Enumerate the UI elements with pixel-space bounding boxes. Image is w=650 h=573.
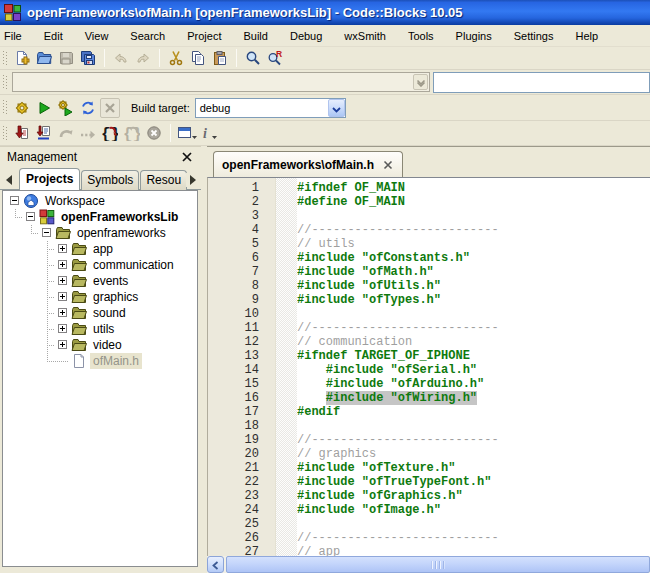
editor-tab[interactable]: openFrameworks\ofMain.h	[213, 151, 403, 177]
management-tab-symbols[interactable]: Symbols	[81, 170, 139, 190]
expand-icon[interactable]	[58, 324, 67, 333]
collapse-icon[interactable]	[42, 228, 51, 237]
tree-guide	[39, 321, 55, 337]
tree-item-openframeworkslib[interactable]: openFrameworksLib	[3, 209, 197, 225]
build-target-label: Build target:	[131, 102, 190, 114]
code-area[interactable]: #ifndef OF_MAIN#define OF_MAIN//--------…	[297, 178, 650, 556]
horizontal-scrollbar[interactable]	[207, 556, 650, 573]
various-info-button[interactable]: i	[198, 122, 220, 144]
expand-icon[interactable]	[58, 276, 67, 285]
code-editor[interactable]: 1234567891011121314151617181920212223242…	[207, 177, 650, 556]
menu-file[interactable]: File	[0, 27, 33, 45]
toolbar-grip-handle[interactable]	[2, 125, 8, 142]
tree-item-communication[interactable]: communication	[3, 257, 197, 273]
tree-guide	[23, 305, 39, 321]
copy-button[interactable]	[187, 47, 209, 69]
build-button[interactable]	[11, 97, 33, 119]
tree-label[interactable]: openFrameworksLib	[58, 209, 181, 225]
scope-combobox-dropdown-button[interactable]	[413, 74, 428, 90]
menu-project[interactable]: Project	[176, 27, 232, 45]
symbol-search-input[interactable]	[433, 72, 650, 93]
toolbar-grip-handle[interactable]	[2, 50, 8, 67]
collapse-icon[interactable]	[26, 212, 35, 221]
line-number: 22	[208, 475, 259, 489]
scrollbar-left-button[interactable]	[207, 556, 224, 573]
tree-item-openframeworks[interactable]: openframeworks	[3, 225, 197, 241]
menu-edit[interactable]: Edit	[33, 27, 74, 45]
line-number: 21	[208, 461, 259, 475]
scrollbar-thumb[interactable]	[226, 556, 650, 573]
build-gear-icon	[14, 100, 30, 116]
run-button[interactable]	[33, 97, 55, 119]
tree-label[interactable]: graphics	[90, 289, 141, 305]
expand-icon[interactable]	[58, 340, 67, 349]
menu-help[interactable]: Help	[564, 27, 609, 45]
code-segment	[297, 363, 326, 377]
tree-item-events[interactable]: events	[3, 273, 197, 289]
open-file-button[interactable]	[33, 47, 55, 69]
build-target-dropdown-button[interactable]	[328, 99, 345, 117]
scrollbar-grip	[432, 561, 445, 569]
menu-build[interactable]: Build	[232, 27, 278, 45]
tree-label[interactable]: video	[90, 337, 125, 353]
debugging-windows-button[interactable]	[176, 122, 198, 144]
menu-view[interactable]: View	[74, 27, 120, 45]
tree-label[interactable]: communication	[90, 257, 177, 273]
build-target-combobox[interactable]: debug	[195, 98, 346, 118]
management-tab-resou[interactable]: Resou	[140, 170, 187, 190]
tabs-scroll-left-button[interactable]	[2, 173, 16, 187]
tree-item-video[interactable]: video	[3, 337, 197, 353]
chevron-down-icon	[332, 99, 341, 117]
tree-item-ofmain-h[interactable]: ofMain.h	[3, 353, 197, 369]
build-and-run-button[interactable]	[55, 97, 77, 119]
expand-icon[interactable]	[58, 292, 67, 301]
tab-close-icon[interactable]	[382, 159, 394, 171]
menu-debug[interactable]: Debug	[279, 27, 333, 45]
copy-icon	[190, 50, 206, 66]
code-segment: //--------------------------	[297, 531, 499, 545]
find-button[interactable]	[242, 47, 264, 69]
tree-label[interactable]: events	[90, 273, 131, 289]
build-run-icon	[58, 100, 74, 116]
expand-icon[interactable]	[58, 308, 67, 317]
save-icon	[58, 50, 74, 66]
close-icon[interactable]	[180, 150, 194, 164]
tree-item-sound[interactable]: sound	[3, 305, 197, 321]
rebuild-button[interactable]	[77, 97, 99, 119]
menu-search[interactable]: Search	[119, 27, 176, 45]
collapse-icon[interactable]	[10, 196, 19, 205]
toolbar-grip-handle[interactable]	[2, 74, 8, 91]
menu-wxsmith[interactable]: wxSmith	[333, 27, 397, 45]
expand-icon[interactable]	[58, 260, 67, 269]
tree-label[interactable]: ofMain.h	[90, 353, 142, 369]
tree-item-app[interactable]: app	[3, 241, 197, 257]
tree-label[interactable]: utils	[90, 321, 117, 337]
debug-continue-button[interactable]	[11, 122, 33, 144]
save-all-button[interactable]	[77, 47, 99, 69]
new-file-button[interactable]	[11, 47, 33, 69]
tabs-scroll-right-button[interactable]	[186, 173, 200, 187]
menu-settings[interactable]: Settings	[503, 27, 565, 45]
tree-item-utils[interactable]: utils	[3, 321, 197, 337]
expand-icon[interactable]	[58, 244, 67, 253]
step-into-button[interactable]: {}	[99, 122, 121, 144]
run-to-cursor-button[interactable]	[33, 122, 55, 144]
toolbar-grip-handle[interactable]	[2, 99, 8, 116]
tree-guide	[7, 353, 23, 369]
code-segment	[297, 377, 326, 391]
tree-label[interactable]: sound	[90, 305, 129, 321]
tree-item-graphics[interactable]: graphics	[3, 289, 197, 305]
scope-combobox[interactable]	[12, 72, 430, 92]
menu-tools[interactable]: Tools	[397, 27, 445, 45]
tree-label[interactable]: app	[90, 241, 116, 257]
tree-label[interactable]: openframeworks	[74, 225, 169, 241]
tree-item-workspace[interactable]: Workspace	[3, 193, 197, 209]
paste-button[interactable]	[209, 47, 231, 69]
build-target-value: debug	[196, 102, 328, 114]
line-number: 16	[208, 391, 259, 405]
replace-button[interactable]: R	[264, 47, 286, 69]
menu-plugins[interactable]: Plugins	[445, 27, 503, 45]
tree-label[interactable]: Workspace	[42, 193, 108, 209]
cut-button[interactable]	[165, 47, 187, 69]
management-tab-projects[interactable]: Projects	[19, 168, 80, 190]
